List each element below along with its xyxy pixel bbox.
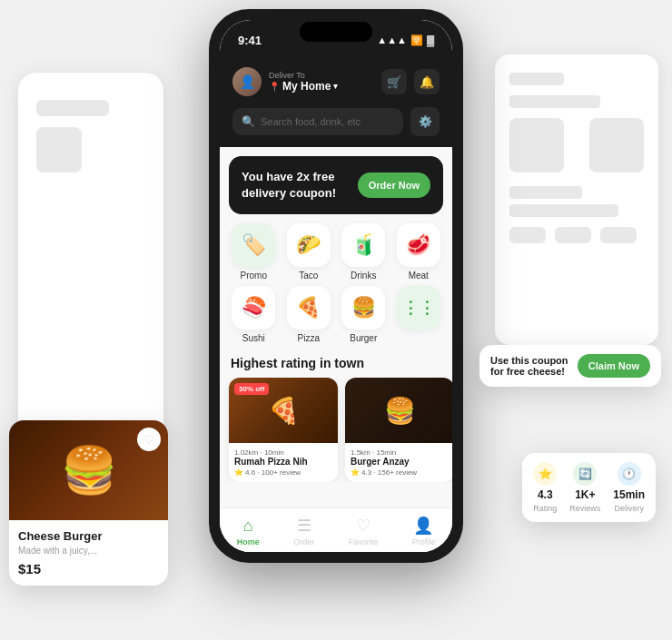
rating-circle-star: ⭐: [533, 462, 557, 486]
restaurant-burger-image: 🍔: [345, 378, 452, 443]
category-pizza[interactable]: 🍕 Pizza: [284, 286, 334, 343]
promo-banner: You have 2x free delivery coupon! Order …: [229, 156, 443, 214]
delivery-label: Delivery: [614, 504, 644, 513]
order-now-button[interactable]: Order Now: [358, 172, 430, 198]
nav-favorite[interactable]: ♡ Favorite: [349, 516, 379, 546]
discount-badge-pizza: 30% off: [234, 383, 269, 395]
claim-now-button[interactable]: Claim Now: [578, 354, 650, 378]
food-card-body: Cheese Burger Made with a juicy,... $15: [9, 520, 168, 586]
reviews-label: Reviews: [569, 504, 600, 513]
nav-order[interactable]: ☰ Order: [293, 516, 314, 546]
rating-stats-card: ⭐ 4.3 Rating 🔄 1K+ Reviews 🕐 15min Deliv…: [522, 453, 656, 522]
restaurant-pizza-name: Rumah Pizza Nih: [234, 457, 332, 467]
signal-icon: ▲▲▲: [377, 34, 407, 45]
restaurant-pizza-info: 1.02km · 10min Rumah Pizza Nih ⭐ 4.6 · 1…: [229, 443, 338, 482]
stat-rating: ⭐ 4.3 Rating: [533, 462, 557, 513]
header-right: 🛒 🔔: [381, 69, 440, 94]
bg-wireframe-right: [495, 54, 658, 345]
notification-button[interactable]: 🔔: [414, 69, 440, 94]
search-input-wrap[interactable]: 🔍 Search food, drink, etc: [232, 108, 403, 135]
nav-order-label: Order: [293, 537, 314, 546]
food-card-desc: Made with a juicy,...: [18, 546, 159, 556]
category-meat-label: Meat: [409, 271, 429, 281]
rating-label: Rating: [533, 504, 557, 513]
category-drinks-label: Drinks: [351, 271, 376, 281]
floating-food-card: 🍔 ♡ Cheese Burger Made with a juicy,... …: [9, 420, 168, 586]
location-name: My Home: [282, 80, 331, 93]
star-icon-2: ⭐: [351, 468, 360, 477]
bottom-nav: ⌂ Home ☰ Order ♡ Favorite 👤 Profile: [220, 507, 452, 552]
restaurant-pizza-distance: 1.02km · 10min: [234, 448, 332, 457]
nav-home-label: Home: [237, 537, 260, 546]
header-left: 👤 Deliver To 📍 My Home ▾: [232, 67, 338, 96]
category-drinks-icon: 🧃: [341, 223, 385, 267]
main-scroll[interactable]: You have 2x free delivery coupon! Order …: [220, 147, 452, 507]
status-icons: ▲▲▲ 🛜 ▓: [377, 34, 434, 46]
category-sushi[interactable]: 🍣 Sushi: [229, 286, 279, 343]
category-promo[interactable]: 🏷️ Promo: [229, 223, 279, 281]
rating-value: 4.3: [538, 488, 553, 501]
stat-delivery: 🕐 15min Delivery: [613, 462, 645, 513]
food-card-title: Cheese Burger: [18, 529, 159, 543]
heart-icon: ♡: [356, 516, 371, 536]
restaurant-burger-info: 1.5km · 15min Burger Anzay ⭐ 4.3 · 156+ …: [345, 443, 452, 482]
delivery-circle: 🕐: [618, 462, 641, 486]
restaurant-burger-distance: 1.5km · 15min: [351, 448, 449, 457]
category-pizza-icon: 🍕: [287, 286, 331, 330]
phone-screen: 9:41 ▲▲▲ 🛜 ▓ 👤 Deliver To 📍: [220, 20, 452, 552]
restaurant-row: 🍕 30% off 1.02km · 10min Rumah Pizza Nih…: [220, 378, 452, 482]
dynamic-island: [300, 22, 372, 42]
deliver-label: Deliver To: [269, 71, 338, 80]
star-icon: ⭐: [234, 468, 243, 477]
nav-home[interactable]: ⌂ Home: [237, 517, 260, 546]
deliver-info: Deliver To 📍 My Home ▾: [269, 71, 338, 93]
favorite-button[interactable]: ♡: [137, 428, 161, 451]
category-taco-label: Taco: [299, 271, 318, 281]
battery-icon: ▓: [427, 34, 434, 45]
restaurant-burger-rating: ⭐ 4.3 · 156+ review: [351, 468, 449, 477]
restaurant-card-pizza[interactable]: 🍕 30% off 1.02km · 10min Rumah Pizza Nih…: [229, 378, 338, 482]
category-burger[interactable]: 🍔 Burger: [339, 286, 389, 343]
category-meat[interactable]: 🥩 Meat: [394, 223, 444, 281]
phone-device: 9:41 ▲▲▲ 🛜 ▓ 👤 Deliver To 📍: [209, 9, 463, 563]
category-promo-label: Promo: [241, 271, 267, 281]
nav-profile[interactable]: 👤 Profile: [412, 516, 436, 546]
category-sushi-icon: 🍣: [232, 286, 275, 330]
category-grid: 🏷️ Promo 🌮 Taco 🧃 Drinks 🥩 Meat: [220, 223, 452, 350]
category-drinks[interactable]: 🧃 Drinks: [339, 223, 389, 281]
nav-favorite-label: Favorite: [349, 537, 379, 546]
location-pin-icon: 📍: [269, 82, 280, 92]
wifi-icon: 🛜: [410, 34, 423, 46]
category-promo-icon: 🏷️: [232, 223, 275, 267]
app-header: 👤 Deliver To 📍 My Home ▾ 🛒 🔔: [220, 60, 452, 107]
category-sushi-label: Sushi: [242, 333, 265, 343]
search-icon: 🔍: [242, 115, 255, 128]
food-card-image: 🍔 ♡: [9, 420, 168, 520]
filter-button[interactable]: ⚙️: [410, 107, 440, 136]
deliver-location[interactable]: 📍 My Home ▾: [269, 80, 338, 93]
delivery-value: 15min: [613, 488, 645, 501]
coupon-card: Use this coupon for free cheese! Claim N…: [479, 345, 661, 387]
category-pizza-label: Pizza: [298, 333, 320, 343]
category-more[interactable]: ⋮⋮: [394, 286, 444, 343]
bg-wireframe-left: [18, 73, 163, 454]
coupon-text: Use this coupon for free cheese!: [490, 355, 570, 377]
avatar: 👤: [232, 67, 262, 96]
order-icon: ☰: [297, 516, 311, 536]
category-burger-icon: 🍔: [341, 286, 385, 330]
reviews-value: 1K+: [575, 488, 595, 501]
status-time: 9:41: [238, 34, 262, 47]
section-title-highest-rating: Highest rating in town: [220, 350, 452, 378]
category-taco[interactable]: 🌮 Taco: [284, 223, 334, 281]
chevron-down-icon: ▾: [333, 82, 338, 91]
app-content: 👤 Deliver To 📍 My Home ▾ 🛒 🔔: [220, 60, 452, 552]
profile-icon: 👤: [413, 516, 433, 536]
stat-reviews: 🔄 1K+ Reviews: [569, 462, 600, 513]
cart-button[interactable]: 🛒: [381, 69, 407, 94]
restaurant-burger-name: Burger Anzay: [351, 457, 449, 467]
restaurant-card-burger[interactable]: 🍔 1.5km · 15min Burger Anzay ⭐ 4.3 · 156…: [345, 378, 452, 482]
banner-text: You have 2x free delivery coupon!: [242, 169, 358, 202]
nav-profile-label: Profile: [412, 537, 436, 546]
restaurant-pizza-rating: ⭐ 4.6 · 100+ review: [234, 468, 332, 477]
category-meat-icon: 🥩: [397, 223, 440, 267]
